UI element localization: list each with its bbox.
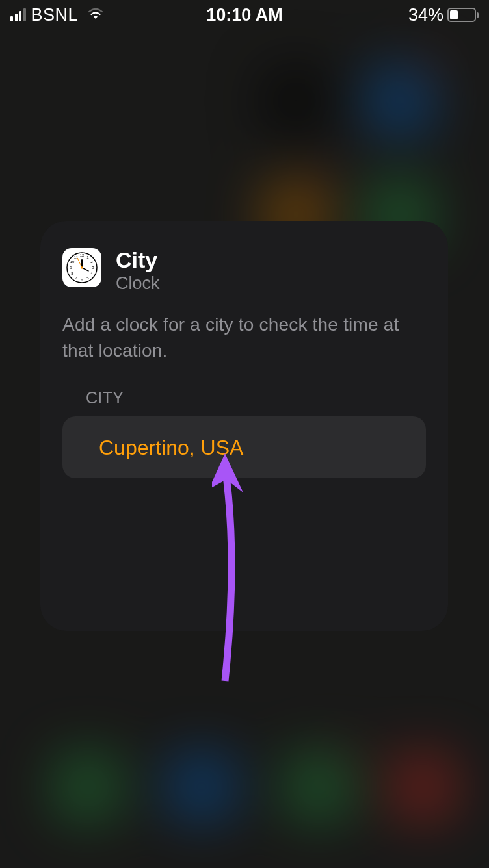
city-value: Cupertino, USA xyxy=(99,436,403,460)
clock-app-icon: 12 3 6 9 1 2 4 5 7 8 10 11 xyxy=(62,248,101,287)
modal-titles: City Clock xyxy=(116,248,160,294)
svg-point-16 xyxy=(81,266,83,269)
wifi-icon xyxy=(87,5,104,25)
status-bar: BSNL 10:10 AM 34% xyxy=(0,0,489,30)
status-left: BSNL xyxy=(10,5,104,25)
carrier-label: BSNL xyxy=(31,5,79,25)
city-widget-config-modal: 12 3 6 9 1 2 4 5 7 8 10 11 xyxy=(40,221,448,631)
status-time: 10:10 AM xyxy=(206,5,283,25)
modal-description: Add a clock for a city to check the time… xyxy=(62,312,426,364)
modal-header: 12 3 6 9 1 2 4 5 7 8 10 11 xyxy=(62,248,426,294)
status-right: 34% xyxy=(408,5,479,25)
battery-icon xyxy=(447,8,479,22)
section-label: CITY xyxy=(62,389,426,407)
modal-title: City xyxy=(116,248,160,272)
svg-text:10: 10 xyxy=(70,260,75,264)
signal-icon xyxy=(10,8,26,21)
svg-text:12: 12 xyxy=(80,253,85,257)
modal-subtitle: Clock xyxy=(116,274,160,294)
battery-percent: 34% xyxy=(408,5,443,25)
row-divider xyxy=(124,478,426,478)
city-selector-row[interactable]: Cupertino, USA xyxy=(62,416,426,478)
